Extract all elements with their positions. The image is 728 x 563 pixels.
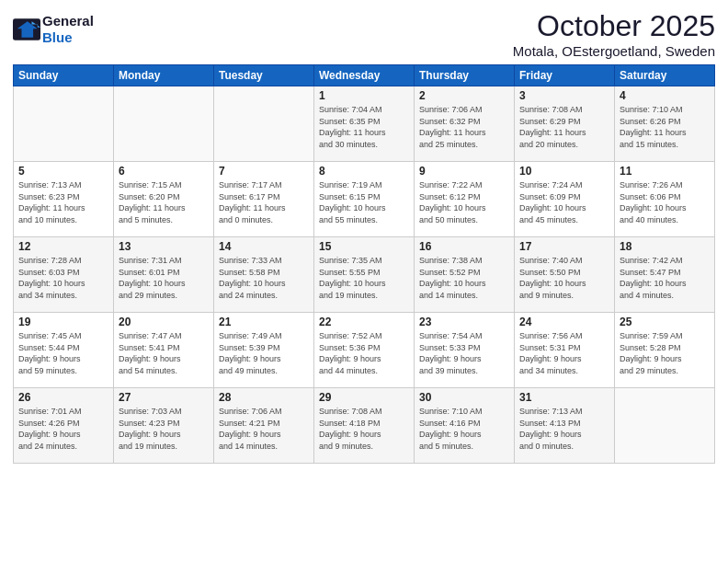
calendar-cell: 5Sunrise: 7:13 AM Sunset: 6:23 PM Daylig… — [14, 162, 114, 237]
calendar-cell: 14Sunrise: 7:33 AM Sunset: 5:58 PM Dayli… — [214, 237, 314, 313]
calendar-cell: 11Sunrise: 7:26 AM Sunset: 6:06 PM Dayli… — [615, 162, 715, 237]
day-number: 11 — [620, 165, 710, 178]
day-header-thursday: Thursday — [415, 65, 515, 86]
day-info: Sunrise: 7:10 AM Sunset: 4:16 PM Dayligh… — [419, 406, 509, 452]
day-info: Sunrise: 7:19 AM Sunset: 6:15 PM Dayligh… — [319, 179, 409, 225]
calendar-cell: 25Sunrise: 7:59 AM Sunset: 5:28 PM Dayli… — [615, 313, 715, 388]
day-header-sunday: Sunday — [14, 65, 114, 86]
calendar-header-row: SundayMondayTuesdayWednesdayThursdayFrid… — [14, 65, 715, 86]
calendar-container: General Blue October 2025 Motala, OEster… — [0, 0, 728, 563]
day-number: 16 — [419, 240, 509, 253]
day-info: Sunrise: 7:24 AM Sunset: 6:09 PM Dayligh… — [519, 179, 609, 225]
calendar-cell: 12Sunrise: 7:28 AM Sunset: 6:03 PM Dayli… — [14, 237, 114, 313]
day-info: Sunrise: 7:56 AM Sunset: 5:31 PM Dayligh… — [519, 330, 609, 376]
calendar-cell: 28Sunrise: 7:06 AM Sunset: 4:21 PM Dayli… — [214, 388, 314, 464]
calendar-cell — [615, 388, 715, 464]
day-info: Sunrise: 7:42 AM Sunset: 5:47 PM Dayligh… — [620, 255, 710, 301]
day-info: Sunrise: 7:54 AM Sunset: 5:33 PM Dayligh… — [419, 330, 509, 376]
day-number: 6 — [119, 165, 209, 178]
day-number: 3 — [519, 89, 609, 102]
day-info: Sunrise: 7:28 AM Sunset: 6:03 PM Dayligh… — [18, 255, 108, 301]
day-header-monday: Monday — [114, 65, 214, 86]
calendar-cell: 6Sunrise: 7:15 AM Sunset: 6:20 PM Daylig… — [114, 162, 214, 237]
calendar-cell: 29Sunrise: 7:08 AM Sunset: 4:18 PM Dayli… — [314, 388, 415, 464]
day-number: 22 — [319, 316, 409, 328]
day-number: 4 — [620, 89, 710, 102]
calendar-cell: 3Sunrise: 7:08 AM Sunset: 6:29 PM Daylig… — [515, 86, 615, 162]
day-info: Sunrise: 7:49 AM Sunset: 5:39 PM Dayligh… — [219, 330, 309, 376]
day-info: Sunrise: 7:13 AM Sunset: 4:13 PM Dayligh… — [519, 406, 609, 452]
title-area: October 2025 Motala, OEstergoetland, Swe… — [513, 9, 715, 59]
calendar-table: SundayMondayTuesdayWednesdayThursdayFrid… — [13, 64, 715, 464]
day-number: 13 — [119, 240, 209, 253]
calendar-week-4: 19Sunrise: 7:45 AM Sunset: 5:44 PM Dayli… — [14, 313, 715, 388]
day-header-saturday: Saturday — [615, 65, 715, 86]
day-header-tuesday: Tuesday — [214, 65, 314, 86]
day-info: Sunrise: 7:10 AM Sunset: 6:26 PM Dayligh… — [620, 104, 710, 150]
day-number: 7 — [219, 165, 309, 178]
day-info: Sunrise: 7:03 AM Sunset: 4:23 PM Dayligh… — [119, 406, 209, 452]
calendar-cell: 20Sunrise: 7:47 AM Sunset: 5:41 PM Dayli… — [114, 313, 214, 388]
day-number: 9 — [419, 165, 509, 178]
day-info: Sunrise: 7:40 AM Sunset: 5:50 PM Dayligh… — [519, 255, 609, 301]
header: General Blue October 2025 Motala, OEster… — [13, 9, 715, 59]
calendar-week-3: 12Sunrise: 7:28 AM Sunset: 6:03 PM Dayli… — [14, 237, 715, 313]
calendar-cell: 17Sunrise: 7:40 AM Sunset: 5:50 PM Dayli… — [515, 237, 615, 313]
calendar-cell: 2Sunrise: 7:06 AM Sunset: 6:32 PM Daylig… — [415, 86, 515, 162]
calendar-cell: 16Sunrise: 7:38 AM Sunset: 5:52 PM Dayli… — [415, 237, 515, 313]
day-number: 29 — [319, 391, 409, 404]
day-info: Sunrise: 7:47 AM Sunset: 5:41 PM Dayligh… — [119, 330, 209, 376]
calendar-cell: 22Sunrise: 7:52 AM Sunset: 5:36 PM Dayli… — [314, 313, 415, 388]
day-number: 20 — [119, 316, 209, 328]
day-info: Sunrise: 7:15 AM Sunset: 6:20 PM Dayligh… — [119, 179, 209, 225]
day-header-wednesday: Wednesday — [314, 65, 415, 86]
logo-blue: Blue — [42, 29, 73, 45]
day-info: Sunrise: 7:04 AM Sunset: 6:35 PM Dayligh… — [319, 104, 409, 150]
calendar-cell — [114, 86, 214, 162]
calendar-cell: 10Sunrise: 7:24 AM Sunset: 6:09 PM Dayli… — [515, 162, 615, 237]
day-info: Sunrise: 7:38 AM Sunset: 5:52 PM Dayligh… — [419, 255, 509, 301]
calendar-week-1: 1Sunrise: 7:04 AM Sunset: 6:35 PM Daylig… — [14, 86, 715, 162]
day-number: 18 — [620, 240, 710, 253]
calendar-cell: 8Sunrise: 7:19 AM Sunset: 6:15 PM Daylig… — [314, 162, 415, 237]
calendar-cell: 31Sunrise: 7:13 AM Sunset: 4:13 PM Dayli… — [515, 388, 615, 464]
day-number: 1 — [319, 89, 409, 102]
day-number: 23 — [419, 316, 509, 328]
calendar-cell: 24Sunrise: 7:56 AM Sunset: 5:31 PM Dayli… — [515, 313, 615, 388]
day-info: Sunrise: 7:33 AM Sunset: 5:58 PM Dayligh… — [219, 255, 309, 301]
calendar-cell: 13Sunrise: 7:31 AM Sunset: 6:01 PM Dayli… — [114, 237, 214, 313]
day-info: Sunrise: 7:08 AM Sunset: 6:29 PM Dayligh… — [519, 104, 609, 150]
day-info: Sunrise: 7:01 AM Sunset: 4:26 PM Dayligh… — [18, 406, 108, 452]
day-info: Sunrise: 7:13 AM Sunset: 6:23 PM Dayligh… — [18, 179, 108, 225]
day-number: 17 — [519, 240, 609, 253]
day-info: Sunrise: 7:59 AM Sunset: 5:28 PM Dayligh… — [620, 330, 710, 376]
day-number: 31 — [519, 391, 609, 404]
logo-general: General — [42, 13, 94, 29]
logo-icon — [13, 18, 40, 40]
day-number: 21 — [219, 316, 309, 328]
calendar-cell: 4Sunrise: 7:10 AM Sunset: 6:26 PM Daylig… — [615, 86, 715, 162]
day-info: Sunrise: 7:26 AM Sunset: 6:06 PM Dayligh… — [620, 179, 710, 225]
day-number: 5 — [18, 165, 108, 178]
calendar-cell: 26Sunrise: 7:01 AM Sunset: 4:26 PM Dayli… — [14, 388, 114, 464]
day-number: 24 — [519, 316, 609, 328]
day-number: 15 — [319, 240, 409, 253]
calendar-cell — [214, 86, 314, 162]
day-info: Sunrise: 7:31 AM Sunset: 6:01 PM Dayligh… — [119, 255, 209, 301]
day-number: 30 — [419, 391, 509, 404]
day-info: Sunrise: 7:52 AM Sunset: 5:36 PM Dayligh… — [319, 330, 409, 376]
day-number: 28 — [219, 391, 309, 404]
calendar-title: October 2025 — [513, 9, 715, 43]
calendar-cell: 27Sunrise: 7:03 AM Sunset: 4:23 PM Dayli… — [114, 388, 214, 464]
day-number: 14 — [219, 240, 309, 253]
calendar-cell — [14, 86, 114, 162]
day-info: Sunrise: 7:35 AM Sunset: 5:55 PM Dayligh… — [319, 255, 409, 301]
calendar-cell: 30Sunrise: 7:10 AM Sunset: 4:16 PM Dayli… — [415, 388, 515, 464]
calendar-cell: 19Sunrise: 7:45 AM Sunset: 5:44 PM Dayli… — [14, 313, 114, 388]
calendar-cell: 7Sunrise: 7:17 AM Sunset: 6:17 PM Daylig… — [214, 162, 314, 237]
day-header-friday: Friday — [515, 65, 615, 86]
day-number: 19 — [18, 316, 108, 328]
day-number: 2 — [419, 89, 509, 102]
calendar-week-2: 5Sunrise: 7:13 AM Sunset: 6:23 PM Daylig… — [14, 162, 715, 237]
day-number: 25 — [620, 316, 710, 328]
